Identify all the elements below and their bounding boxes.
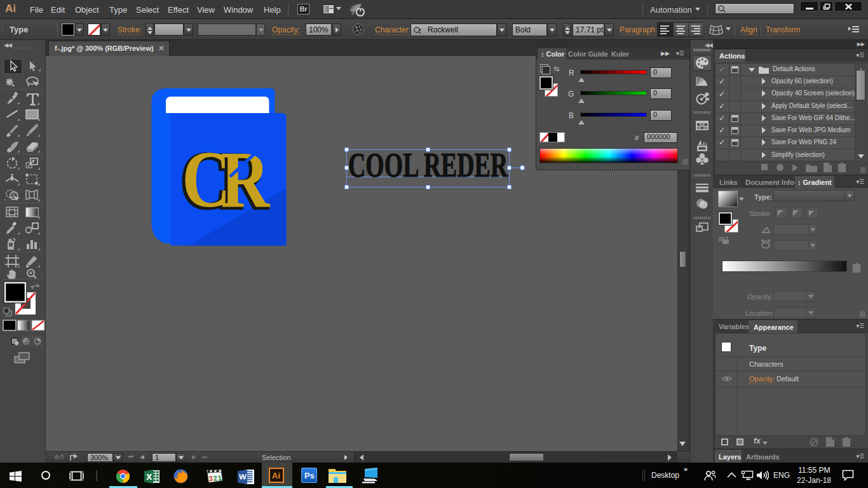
svg-text:R: R [221, 134, 271, 224]
